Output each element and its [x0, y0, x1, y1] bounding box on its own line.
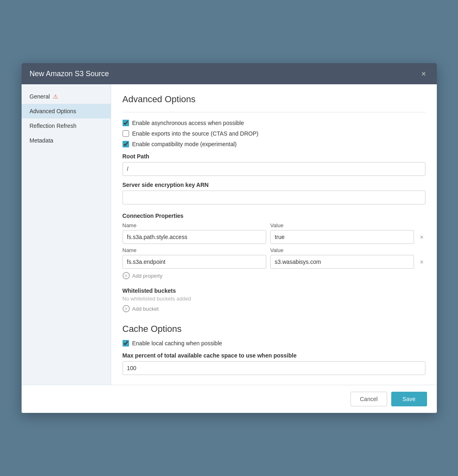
prop-value-input-1[interactable] [270, 230, 414, 244]
prop-value-col-1: Value [270, 222, 414, 244]
async-access-row: Enable asynchronous access when possible [123, 120, 425, 126]
compatibility-label: Enable compatibility mode (experimental) [132, 141, 237, 147]
cache-section-title: Cache Options [123, 324, 425, 334]
max-cache-input[interactable] [123, 361, 425, 375]
sidebar-item-general[interactable]: General ⚠ [22, 89, 111, 104]
sidebar-item-reflection-refresh[interactable]: Reflection Refresh [22, 118, 111, 133]
save-button[interactable]: Save [391, 392, 427, 406]
prop-remove-button-2[interactable]: × [418, 256, 425, 269]
connection-properties-label: Connection Properties [123, 213, 425, 219]
compatibility-checkbox[interactable] [123, 141, 129, 147]
section-title: Advanced Options [123, 94, 425, 105]
prop-value-label-2: Value [270, 247, 414, 253]
sidebar-item-label: Reflection Refresh [30, 123, 77, 129]
add-property-label: Add property [132, 273, 162, 279]
root-path-input[interactable] [123, 162, 425, 176]
encryption-label: Server side encryption key ARN [123, 182, 425, 188]
prop-remove-button-1[interactable]: × [418, 231, 425, 244]
sidebar: General ⚠ Advanced Options Reflection Re… [22, 84, 111, 385]
prop-value-input-2[interactable] [270, 255, 414, 269]
whitelisted-buckets-label: Whitelisted buckets [123, 287, 425, 294]
modal-dialog: New Amazon S3 Source × General ⚠ Advance… [22, 63, 437, 413]
modal-footer: Cancel Save [22, 385, 437, 413]
sidebar-item-metadata[interactable]: Metadata [22, 133, 111, 148]
sidebar-item-advanced-options[interactable]: Advanced Options [22, 104, 111, 118]
content-area: Advanced Options Enable asynchronous acc… [111, 84, 437, 385]
add-property-button[interactable]: + Add property [123, 272, 425, 279]
compatibility-row: Enable compatibility mode (experimental) [123, 141, 425, 147]
prop-value-col-2: Value [270, 247, 414, 269]
prop-value-label-1: Value [270, 222, 414, 228]
warning-icon: ⚠ [53, 93, 58, 100]
add-bucket-icon: + [123, 305, 130, 312]
local-caching-checkbox[interactable] [123, 340, 129, 347]
prop-name-input-2[interactable] [123, 255, 266, 269]
prop-name-label-2: Name [123, 247, 266, 253]
add-bucket-button[interactable]: + Add bucket [123, 305, 425, 312]
local-caching-row: Enable local caching when possible [123, 340, 425, 347]
modal-title: New Amazon S3 Source [30, 70, 109, 78]
modal-close-button[interactable]: × [419, 69, 429, 79]
exports-checkbox[interactable] [123, 130, 129, 137]
sidebar-item-label: Metadata [30, 137, 53, 144]
prop-name-input-1[interactable] [123, 230, 266, 244]
async-access-label: Enable asynchronous access when possible [132, 120, 244, 126]
no-buckets-text: No whitelisted buckets added [123, 296, 425, 302]
async-access-checkbox[interactable] [123, 120, 129, 126]
section-divider [123, 112, 425, 112]
cancel-button[interactable]: Cancel [351, 392, 387, 406]
sidebar-item-label: General [30, 93, 50, 100]
add-property-icon: + [123, 272, 130, 279]
root-path-label: Root Path [123, 153, 425, 160]
local-caching-label: Enable local caching when possible [132, 340, 222, 347]
encryption-input[interactable] [123, 191, 425, 204]
modal-header: New Amazon S3 Source × [22, 63, 437, 84]
max-cache-label: Max percent of total available cache spa… [123, 352, 425, 359]
exports-row: Enable exports into the source (CTAS and… [123, 130, 425, 137]
modal-body: General ⚠ Advanced Options Reflection Re… [22, 84, 437, 385]
prop-name-col-2: Name [123, 247, 266, 269]
prop-name-label-1: Name [123, 222, 266, 228]
prop-name-col-1: Name [123, 222, 266, 244]
exports-label: Enable exports into the source (CTAS and… [132, 130, 259, 137]
add-bucket-label: Add bucket [132, 306, 159, 312]
sidebar-item-label: Advanced Options [30, 108, 76, 114]
connection-property-row-1: Name Value × [123, 222, 425, 244]
connection-property-row-2: Name Value × [123, 247, 425, 269]
